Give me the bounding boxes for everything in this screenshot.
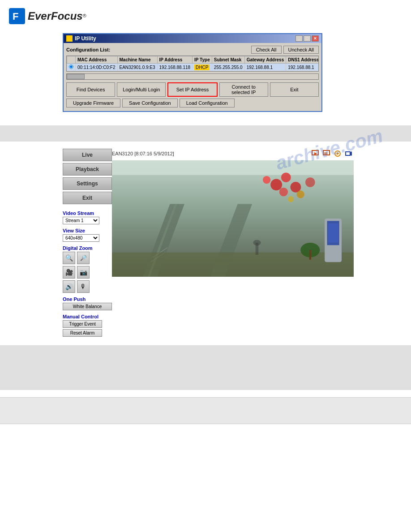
button-row-2: Upgrade Firmware Save Configuration Load… <box>66 99 319 107</box>
window-title-icon <box>66 35 73 42</box>
device-name: EAN3120 <box>112 151 133 156</box>
device-table: MAC Address Machine Name IP Address IP T… <box>67 56 319 71</box>
live-view-section: Live Playback Settings Exit Video Stream… <box>63 149 354 338</box>
playback-nav-button[interactable]: Playback <box>63 163 112 176</box>
svg-marker-8 <box>337 152 339 155</box>
close-button[interactable]: ✕ <box>312 35 319 42</box>
logo-area: F EverFocus® <box>0 0 411 29</box>
mic-button[interactable]: 🎙 <box>77 280 90 293</box>
save-configuration-button[interactable]: Save Configuration <box>122 99 178 107</box>
video-stream-select[interactable]: Stream 1 Stream 2 <box>63 217 99 224</box>
header-buttons: Check All Uncheck All <box>251 46 319 54</box>
scrollbar-thumb[interactable] <box>67 74 85 79</box>
view-size-dropdown-row: 640x480 320x240 <box>63 234 112 242</box>
zoom-out-button[interactable]: 🔎 <box>77 252 90 264</box>
config-header: Configuration List: Check All Uncheck Al… <box>66 46 319 54</box>
audio-control-row: 🔊 🎙 <box>63 280 112 293</box>
window-controls[interactable]: _ □ ✕ <box>295 35 319 42</box>
config-label: Configuration List: <box>66 47 110 52</box>
svg-rect-29 <box>309 250 311 260</box>
view-size-select[interactable]: 640x480 320x240 <box>63 234 99 242</box>
row-subnet: 255.255.255.0 <box>212 64 244 71</box>
check-all-button[interactable]: Check All <box>251 46 282 54</box>
exit-nav-button[interactable]: Exit <box>63 192 112 204</box>
svg-rect-32 <box>328 223 338 243</box>
live-icon-2[interactable] <box>321 149 331 159</box>
col-iptype: IP Type <box>193 56 212 64</box>
svg-point-19 <box>270 179 282 190</box>
button-row-1: Find Devices Login/Multi Login Set IP Ad… <box>66 82 319 97</box>
window-body: Configuration List: Check All Uncheck Al… <box>64 43 321 111</box>
svg-point-24 <box>305 177 315 187</box>
device-table-container: MAC Address Machine Name IP Address IP T… <box>66 56 319 72</box>
live-icon-4[interactable] <box>344 149 354 159</box>
live-sidebar: Live Playback Settings Exit Video Stream… <box>63 149 112 338</box>
load-configuration-button[interactable]: Load Configuration <box>180 99 235 107</box>
ip-utility-section: IP Utility _ □ ✕ Configuration List: Che… <box>63 33 322 112</box>
settings-nav-button[interactable]: Settings <box>63 177 112 190</box>
manual-control-label: Manual Control <box>63 314 112 319</box>
trigger-event-button[interactable]: Trigger Event <box>63 320 102 328</box>
live-video-area: EAN3120 [8:07:16 5/9/2012] <box>112 149 354 338</box>
video-record-button[interactable]: 🎥 <box>63 266 75 279</box>
maximize-button[interactable]: □ <box>304 35 311 42</box>
upgrade-firmware-button[interactable]: Upgrade Firmware <box>66 99 120 107</box>
snapshot-button[interactable]: 📷 <box>77 266 90 279</box>
logo: F EverFocus® <box>9 8 86 24</box>
live-nav-button[interactable]: Live <box>63 149 112 161</box>
svg-point-20 <box>281 172 291 182</box>
row-radio[interactable] <box>69 64 73 69</box>
live-icons <box>310 149 354 159</box>
col-subnet: Subnet Mask <box>212 56 244 64</box>
view-size-label: View Size <box>63 228 112 233</box>
audio-button[interactable]: 🔊 <box>63 280 75 293</box>
zoom-in-button[interactable]: 🔍 <box>63 252 75 264</box>
svg-rect-34 <box>256 243 258 255</box>
video-frame <box>112 160 354 277</box>
row-radio-cell[interactable] <box>67 64 76 71</box>
svg-point-23 <box>263 176 270 184</box>
video-stream-dropdown-row: Stream 1 Stream 2 <box>63 217 112 224</box>
one-push-label: One Push <box>63 296 112 302</box>
live-topbar: EAN3120 [8:07:16 5/9/2012] <box>112 149 354 159</box>
exit-button[interactable]: Exit <box>270 82 319 97</box>
window-title: IP Utility <box>75 35 96 42</box>
live-icon-1[interactable] <box>310 149 320 159</box>
row-ip: 192.168.88.118 <box>157 64 193 71</box>
row-dns1: 192.168.88.1 <box>286 64 319 71</box>
device-datetime: [8:07:16 5/9/2012] <box>134 151 174 156</box>
ip-utility-window: IP Utility _ □ ✕ Configuration List: Che… <box>63 33 322 112</box>
svg-rect-27 <box>112 253 354 277</box>
svg-point-25 <box>297 190 304 198</box>
col-machine: Machine Name <box>117 56 157 64</box>
middle-separator-bar <box>0 345 411 390</box>
col-gateway: Gateway Address <box>244 56 286 64</box>
svg-point-26 <box>288 196 294 202</box>
live-icon-3[interactable] <box>333 149 342 159</box>
set-ip-address-button[interactable]: Set IP Address <box>167 82 217 97</box>
horizontal-scrollbar[interactable] <box>66 73 319 80</box>
dhcp-badge: DHCP <box>194 64 210 70</box>
find-devices-button[interactable]: Find Devices <box>66 82 115 97</box>
reset-alarm-button[interactable]: Reset Alarm <box>63 329 102 337</box>
connect-to-selected-ip-button[interactable]: Connect to selected IP <box>219 82 268 97</box>
device-info: EAN3120 [8:07:16 5/9/2012] <box>112 151 174 156</box>
col-check <box>67 56 76 64</box>
col-ip: IP Address <box>157 56 193 64</box>
white-balance-button[interactable]: White Balance <box>63 303 112 310</box>
row-machine: EAN32901.0.9:E3 <box>117 64 157 71</box>
top-separator-bar <box>0 125 411 142</box>
digital-zoom-label: Digital Zoom <box>63 245 112 251</box>
bottom-separator-bar <box>0 397 411 424</box>
uncheck-all-button[interactable]: Uncheck All <box>283 46 319 54</box>
minimize-button[interactable]: _ <box>295 35 303 42</box>
svg-rect-9 <box>346 152 350 155</box>
login-multi-login-button[interactable]: Login/Multi Login <box>117 82 166 97</box>
everfocus-logo-icon: F <box>9 8 25 24</box>
video-scene <box>112 160 354 277</box>
table-row[interactable]: 00:11:14:0D:C0:F2 EAN32901.0.9:E3 192.16… <box>67 64 319 71</box>
svg-rect-13 <box>112 160 354 175</box>
col-dns1: DNS1 Address <box>286 56 319 64</box>
row-mac: 00:11:14:0D:C0:F2 <box>76 64 118 71</box>
logo-text: EverFocus® <box>28 10 86 22</box>
